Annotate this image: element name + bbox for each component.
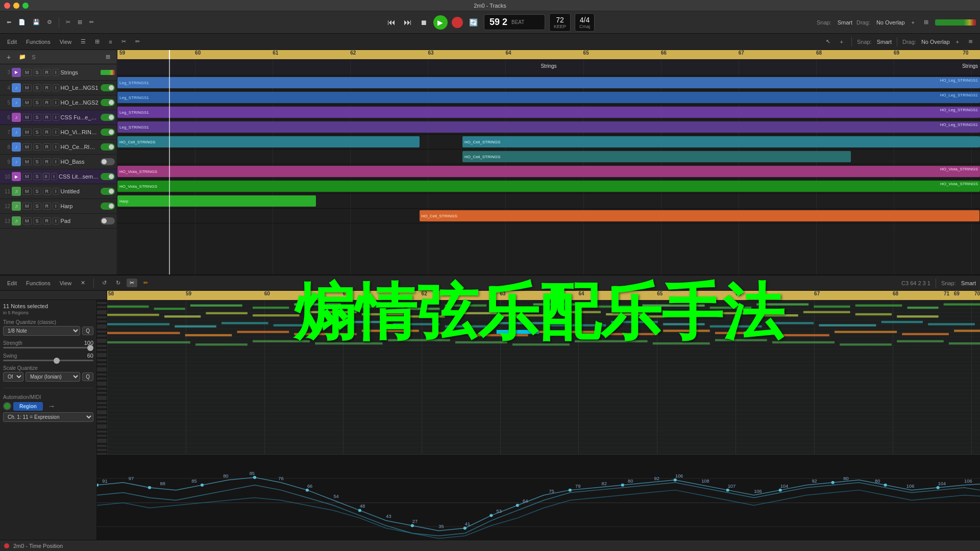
add-track-btn[interactable]: + <box>953 38 962 46</box>
zoom-in-btn[interactable]: + <box>837 38 846 46</box>
save-button[interactable]: 💾 <box>30 17 42 27</box>
view-menu[interactable]: View <box>57 38 75 46</box>
play-button[interactable]: ▶ <box>433 15 448 30</box>
automation-indicator[interactable] <box>3 402 11 410</box>
strength-slider[interactable] <box>3 347 93 348</box>
mute-btn[interactable]: M <box>22 158 32 165</box>
zig-btn[interactable]: ≋ <box>965 37 976 46</box>
record-arm-btn[interactable]: R <box>43 217 52 224</box>
quantize-q-btn[interactable]: Q <box>82 327 93 335</box>
clip-4a[interactable]: Leg_STRINGS1 <box>117 77 980 88</box>
fast-forward-button[interactable]: ⏭ <box>402 17 414 28</box>
clip-11a[interactable]: HO_Viola_STRINGS <box>117 181 980 192</box>
clip-10a[interactable]: HO_Viola_STRINGS <box>117 166 980 177</box>
timeline-area[interactable]: 59 60 61 62 63 64 65 66 67 68 69 70 <box>117 50 980 274</box>
track-active-toggle[interactable] <box>101 217 115 224</box>
input-monitor-btn[interactable]: I <box>51 173 58 180</box>
solo-btn[interactable]: S <box>33 84 41 91</box>
swing-slider[interactable] <box>3 360 93 361</box>
top-snap-value[interactable]: Smart <box>877 39 892 45</box>
mute-btn[interactable]: M <box>22 99 32 106</box>
scale-off-select[interactable]: Off On <box>3 372 23 382</box>
input-monitor-btn[interactable]: I <box>53 158 59 165</box>
folder-btn[interactable]: 📁 <box>16 52 29 62</box>
functions-menu[interactable]: Functions <box>23 38 54 46</box>
record-arm-btn[interactable]: R <box>43 203 52 210</box>
solo-btn[interactable]: S <box>33 158 41 165</box>
record-arm-btn[interactable]: R <box>43 143 52 151</box>
mute-btn[interactable]: M <box>22 217 32 224</box>
track-active-toggle[interactable] <box>101 143 115 151</box>
mute-btn[interactable]: M <box>22 69 32 76</box>
top-drag-value[interactable]: No Overlap <box>921 39 950 45</box>
mute-btn[interactable]: M <box>22 203 32 210</box>
clip-12a[interactable]: Harp <box>117 195 316 207</box>
mute-btn[interactable]: M <box>22 173 32 180</box>
input-monitor-btn[interactable]: I <box>53 129 59 136</box>
pr-close-btn[interactable]: ✕ <box>78 279 88 287</box>
add-button[interactable]: + <box>909 18 917 27</box>
ruler[interactable]: 59 60 61 62 63 64 65 66 67 68 69 70 <box>117 50 980 59</box>
new-track-button[interactable]: 📄 <box>16 17 28 27</box>
clip-5a[interactable]: Leg_STRINGS1 <box>117 92 980 103</box>
pr-redo-btn[interactable]: ↻ <box>113 279 124 287</box>
solo-btn[interactable]: S <box>33 188 41 195</box>
playhead[interactable] <box>169 50 170 59</box>
track-active-toggle[interactable] <box>101 203 115 210</box>
minimize-button[interactable] <box>13 3 19 9</box>
clip-6a[interactable]: Leg_STRINGS1 <box>117 107 980 118</box>
track-active-toggle[interactable] <box>101 188 115 195</box>
region-btn[interactable]: Region <box>13 402 43 411</box>
scale-mode-select[interactable]: Major (Ionian) <box>26 372 80 382</box>
list-view-btn[interactable]: ☰ <box>78 37 89 46</box>
mute-btn[interactable]: M <box>22 129 32 136</box>
automation-area[interactable]: 91 97 88 85 80 85 76 66 54 48 43 27 <box>97 454 980 551</box>
input-monitor-btn[interactable]: I <box>53 114 59 121</box>
pr-scissors-btn[interactable]: ✂ <box>127 279 137 287</box>
pencil-button[interactable]: ✏ <box>87 17 96 27</box>
record-arm-btn[interactable]: R <box>43 158 52 165</box>
record-arm-btn[interactable]: R <box>43 129 52 136</box>
track-active-toggle[interactable] <box>101 114 115 121</box>
track-list-options[interactable]: ⊞ <box>103 52 113 62</box>
stop-button[interactable]: ⏹ <box>418 17 429 28</box>
input-monitor-btn[interactable]: I <box>53 217 59 224</box>
add-track-header-btn[interactable]: + <box>4 52 13 63</box>
solo-btn[interactable]: S <box>33 129 41 136</box>
cursor-tool[interactable]: ↖ <box>823 37 834 46</box>
channel-select[interactable]: Ch. 1: 11 = Expression <box>3 412 93 422</box>
tempo-display[interactable]: 72 KEEP <box>549 13 571 32</box>
input-monitor-btn[interactable]: I <box>53 99 59 106</box>
mute-btn[interactable]: M <box>22 114 32 121</box>
cpu-button[interactable]: ⊞ <box>75 17 85 27</box>
clip-13a[interactable]: HO_Cell_STRINGS <box>420 210 980 221</box>
piano-roll-btn[interactable]: ≡ <box>106 38 115 46</box>
pr-pencil-btn[interactable]: ✏ <box>140 279 151 287</box>
record-arm-btn[interactable]: R <box>43 99 52 106</box>
input-monitor-btn[interactable]: I <box>53 84 59 91</box>
solo-btn[interactable]: S <box>33 173 41 180</box>
pr-view-menu[interactable]: View <box>57 279 75 287</box>
fullscreen-button[interactable] <box>22 3 29 9</box>
settings-button[interactable]: ⚙ <box>44 17 55 27</box>
record-button[interactable] <box>452 17 463 28</box>
pr-undo-btn[interactable]: ↺ <box>99 279 110 287</box>
automation-arrow-btn[interactable]: → <box>45 401 58 411</box>
solo-btn[interactable]: S <box>33 114 41 121</box>
master-volume[interactable] <box>935 19 976 26</box>
window-controls[interactable] <box>4 3 29 9</box>
track-active-toggle[interactable] <box>101 99 115 106</box>
input-monitor-btn[interactable]: I <box>53 203 59 210</box>
align-button[interactable]: ⊞ <box>921 17 931 27</box>
time-sig-display[interactable]: 4/4 Cmaj <box>575 13 595 32</box>
pencil-tool[interactable]: ✏ <box>132 37 143 46</box>
clip-9a[interactable]: HO_Cell_STRINGS <box>462 151 851 162</box>
grid-view-btn[interactable]: ⊞ <box>92 37 103 46</box>
rewind-button[interactable]: ⏮ <box>385 17 398 28</box>
track-active-toggle[interactable] <box>101 158 115 165</box>
snap-value[interactable]: Smart <box>838 19 852 26</box>
solo-btn[interactable]: S <box>33 217 41 224</box>
scissors-button[interactable]: ✂ <box>63 17 73 27</box>
record-arm-btn[interactable]: R <box>43 69 52 76</box>
record-arm-btn[interactable]: R <box>43 84 52 91</box>
